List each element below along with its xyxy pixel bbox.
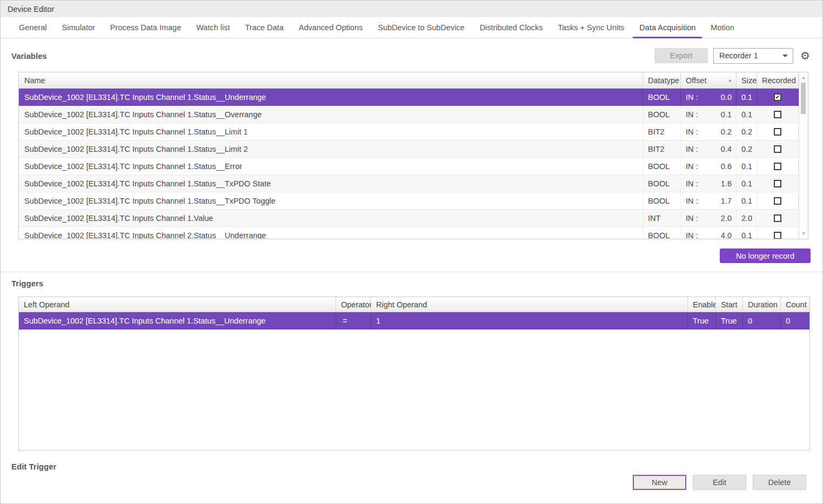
table-row[interactable]: SubDevice_1002 [EL3314].TC Inputs Channe… xyxy=(19,106,799,123)
column-header-left-operand[interactable]: Left Operand xyxy=(19,297,336,312)
variable-datatype: INT xyxy=(643,210,681,226)
recorded-checkbox[interactable] xyxy=(774,111,781,118)
variable-name: SubDevice_1002 [EL3314].TC Inputs Channe… xyxy=(19,89,643,105)
table-row[interactable]: SubDevice_1002 [EL3314].TC Inputs Channe… xyxy=(19,123,799,140)
offset-direction: IN : xyxy=(686,93,698,102)
variable-size: 0.1 xyxy=(737,192,757,209)
recorded-cell xyxy=(757,210,799,226)
recorded-cell xyxy=(757,106,799,123)
recorded-cell xyxy=(757,158,799,174)
variables-table-header: Name Datatype Offset ▲ Size Recorded xyxy=(19,72,808,89)
table-row[interactable]: SubDevice_1002 [EL3314].TC Inputs Channe… xyxy=(19,175,799,192)
tab-data-acquisition[interactable]: Data Acquisition xyxy=(632,17,703,38)
table-row[interactable]: SubDevice_1002 [EL3314].TC Inputs Channe… xyxy=(19,89,799,106)
tab-simulator[interactable]: Simulator xyxy=(55,17,103,38)
column-header-duration[interactable]: Duration xyxy=(743,297,781,312)
variable-size: 0.2 xyxy=(737,123,757,140)
recorder-select[interactable]: Recorder 1 xyxy=(713,48,793,64)
tab-general[interactable]: General xyxy=(11,17,55,38)
triggers-table: Left Operand Operator Right Operand Enab… xyxy=(18,297,810,451)
column-header-right-operand[interactable]: Right Operand xyxy=(371,297,688,312)
offset-direction: IN : xyxy=(686,145,698,153)
trigger-left-operand: SubDevice_1002 [EL3314].TC Inputs Channe… xyxy=(19,312,336,330)
variable-name: SubDevice_1002 [EL3314].TC Inputs Channe… xyxy=(19,175,643,192)
table-row[interactable]: SubDevice_1002 [EL3314].TC Inputs Channe… xyxy=(19,192,799,210)
variable-size: 0.1 xyxy=(737,106,757,123)
variable-offset: IN : 2.0 xyxy=(681,210,737,226)
delete-button[interactable]: Delete xyxy=(753,475,806,490)
export-button[interactable]: Export xyxy=(654,48,708,63)
recorded-cell xyxy=(757,192,799,209)
table-row[interactable]: SubDevice_1002 [EL3314].TC Inputs Channe… xyxy=(19,140,799,158)
window-title: Device Editor xyxy=(8,5,54,14)
variable-datatype: BOOL xyxy=(643,106,681,123)
variable-name: SubDevice_1002 [EL3314].TC Inputs Channe… xyxy=(19,158,643,174)
recorded-checkbox[interactable] xyxy=(774,163,781,170)
vertical-scrollbar[interactable]: ▲ ▼ xyxy=(799,72,808,239)
gear-icon[interactable]: ⚙ xyxy=(800,50,810,61)
variable-datatype: BOOL xyxy=(643,89,681,105)
tab-distributed-clocks[interactable]: Distributed Clocks xyxy=(472,17,551,38)
recorded-cell xyxy=(757,123,799,140)
new-button[interactable]: New xyxy=(633,475,686,490)
recorded-checkbox[interactable] xyxy=(774,197,781,205)
table-row[interactable]: SubDevice_1002 [EL3314].TC Inputs Channe… xyxy=(19,227,799,239)
scroll-down-icon[interactable]: ▼ xyxy=(799,230,808,238)
tab-process-data-image[interactable]: Process Data Image xyxy=(103,17,189,38)
trigger-count: 0 xyxy=(781,312,809,330)
trigger-start: True xyxy=(716,312,743,330)
column-header-datatype[interactable]: Datatype xyxy=(643,72,681,88)
edit-button[interactable]: Edit xyxy=(693,475,746,490)
column-header-name[interactable]: Name xyxy=(19,72,643,88)
device-editor-window: Device Editor General Simulator Process … xyxy=(0,0,823,504)
variables-table: Name Datatype Offset ▲ Size Recorded Sub… xyxy=(18,72,808,239)
no-longer-record-button[interactable]: No longer record xyxy=(720,248,811,263)
variable-size: 0.1 xyxy=(737,158,757,174)
variable-offset: IN : 0.2 xyxy=(681,123,737,140)
recorded-checkbox[interactable] xyxy=(774,145,781,153)
column-header-offset[interactable]: Offset ▲ xyxy=(681,72,737,88)
scrollbar-thumb[interactable] xyxy=(801,83,806,114)
tab-motion[interactable]: Motion xyxy=(703,17,742,38)
column-header-operator[interactable]: Operator xyxy=(336,297,371,312)
tab-trace-data[interactable]: Trace Data xyxy=(238,17,291,38)
trigger-row[interactable]: SubDevice_1002 [EL3314].TC Inputs Channe… xyxy=(19,312,809,330)
table-row[interactable]: SubDevice_1002 [EL3314].TC Inputs Channe… xyxy=(19,210,799,227)
trigger-operator: = xyxy=(336,312,371,330)
variable-size: 0.1 xyxy=(737,227,757,239)
column-header-enable[interactable]: Enable xyxy=(688,297,716,312)
recorded-cell: ✔ xyxy=(757,89,799,105)
variable-size: 0.1 xyxy=(737,175,757,192)
variable-datatype: BOOL xyxy=(643,158,681,174)
edit-trigger-section-label: Edit Trigger xyxy=(11,462,822,471)
recorded-checkbox[interactable]: ✔ xyxy=(774,93,781,101)
variable-datatype: BOOL xyxy=(643,175,681,192)
variable-name: SubDevice_1002 [EL3314].TC Inputs Channe… xyxy=(19,210,643,226)
variable-offset: IN : 4.0 xyxy=(681,227,737,239)
chevron-down-icon xyxy=(782,55,788,57)
tab-tasks-sync-units[interactable]: Tasks + Sync Units xyxy=(550,17,632,38)
recorded-checkbox[interactable] xyxy=(774,214,781,222)
variable-size: 0.1 xyxy=(737,89,757,105)
table-row[interactable]: SubDevice_1002 [EL3314].TC Inputs Channe… xyxy=(19,158,799,175)
triggers-section-label: Triggers xyxy=(11,279,822,288)
sort-ascending-icon: ▲ xyxy=(728,78,732,83)
tab-watch-list[interactable]: Watch list xyxy=(189,17,237,38)
recorded-checkbox[interactable] xyxy=(774,180,781,187)
column-header-count[interactable]: Count xyxy=(781,297,809,312)
offset-direction: IN : xyxy=(686,162,698,171)
recorded-checkbox[interactable] xyxy=(774,232,781,239)
tab-advanced-options[interactable]: Advanced Options xyxy=(291,17,371,38)
tab-subdevice-to-subdevice[interactable]: SubDevice to SubDevice xyxy=(370,17,472,38)
recorded-checkbox[interactable] xyxy=(774,128,781,136)
column-header-start[interactable]: Start xyxy=(716,297,743,312)
variable-offset: IN : 1.7 xyxy=(681,192,737,209)
variable-name: SubDevice_1002 [EL3314].TC Inputs Channe… xyxy=(19,123,643,140)
column-header-recorded[interactable]: Recorded xyxy=(757,72,799,88)
offset-value: 0.0 xyxy=(721,93,732,102)
offset-value: 1.7 xyxy=(721,197,732,205)
offset-value: 0.6 xyxy=(721,162,732,171)
column-header-size[interactable]: Size xyxy=(737,72,757,88)
scroll-up-icon[interactable]: ▲ xyxy=(799,73,808,82)
variable-datatype: BOOL xyxy=(643,192,681,209)
